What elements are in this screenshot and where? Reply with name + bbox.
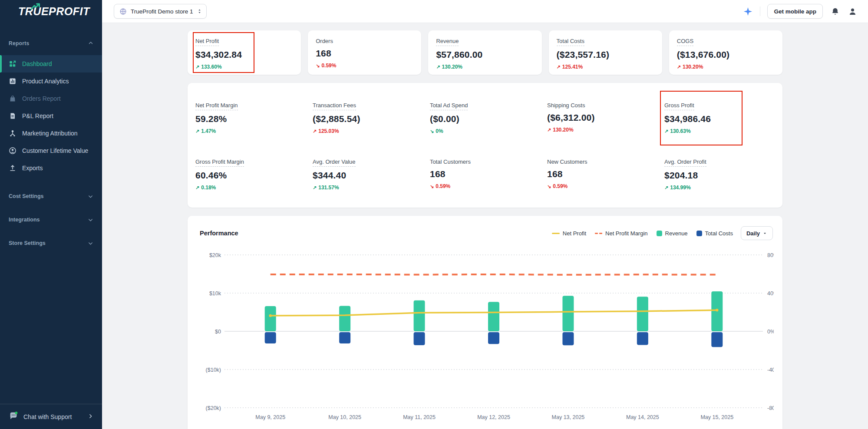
app-logo[interactable]: TRUEPROFIT — [0, 0, 102, 23]
bar-chart-icon — [9, 77, 17, 85]
stat-card-orders[interactable]: Orders168↘0.59% — [308, 30, 421, 75]
metric-value: ($6,312.00) — [547, 112, 657, 123]
sidebar-section-store-settings[interactable]: Store Settings — [0, 231, 102, 255]
total-costs-bar[interactable] — [562, 332, 574, 345]
trend-up-icon: ↗ — [557, 64, 561, 70]
revenue-bar[interactable] — [488, 302, 499, 331]
metric-delta: ↗1.47% — [195, 128, 306, 134]
metric-label: Total Ad Spend — [430, 102, 468, 110]
total-costs-bar[interactable] — [339, 332, 350, 343]
legend-item-net-profit-margin[interactable]: Net Profit Margin — [595, 230, 648, 237]
legend-marker — [595, 233, 602, 234]
trend-down-icon: ↘ — [430, 129, 434, 134]
net-profit-margin-line[interactable] — [271, 274, 717, 275]
metric-delta: ↗131.57% — [313, 185, 423, 191]
metric-label: Transaction Fees — [313, 102, 356, 110]
user-profile-icon[interactable] — [847, 6, 858, 16]
delta-value: 131.57% — [318, 185, 339, 191]
sidebar-item-customer-lifetime-value[interactable]: Customer Lifetime Value — [0, 142, 102, 159]
delta-value: 1.47% — [201, 128, 216, 134]
stat-card-total-costs[interactable]: Total Costs($23,557.16)↗125.41% — [549, 30, 662, 75]
x-axis-label: May 14, 2025 — [626, 414, 659, 420]
revenue-bar[interactable] — [265, 306, 276, 331]
sidebar-section-cost-settings[interactable]: Cost Settings — [0, 185, 102, 208]
store-selector[interactable]: TrueProfit Demo store 1 — [114, 4, 207, 19]
get-mobile-app-button[interactable]: Get mobile app — [767, 4, 823, 19]
sidebar-item-label: P&L Report — [22, 112, 53, 119]
metric-new-customers: New Customers168↘0.59% — [547, 158, 657, 191]
svg-text:-80%: -80% — [767, 405, 774, 411]
metric-label: Total Customers — [430, 158, 471, 165]
metric-label: Shipping Costs — [547, 102, 585, 109]
svg-text:$0: $0 — [215, 329, 221, 335]
sidebar-item-dashboard[interactable]: Dashboard — [0, 55, 102, 73]
performance-chart[interactable]: $20k80%$10k40%$00%($10k)-40%($20k)-80%Ma… — [197, 246, 774, 424]
total-costs-bar[interactable] — [414, 332, 425, 345]
sidebar: TRUEPROFIT Reports DashboardProduct Anal… — [0, 0, 102, 429]
sidebar-collapsed-sections: Cost SettingsIntegrationsStore Settings — [0, 185, 102, 255]
sidebar-item-orders-report[interactable]: Orders Report — [0, 90, 102, 107]
trend-up-icon: ↗ — [313, 185, 317, 191]
section-label: Store Settings — [9, 240, 46, 246]
trend-down-icon: ↘ — [547, 184, 551, 189]
stat-card-cogs[interactable]: COGS($13,676.00)↗130.20% — [669, 30, 782, 75]
metric-delta: ↗134.99% — [664, 185, 775, 191]
x-axis-label: May 11, 2025 — [403, 414, 436, 420]
svg-text:($10k): ($10k) — [206, 367, 221, 373]
trend-down-icon: ↘ — [316, 63, 320, 69]
metric-avg-order-profit: Avg. Order Profit$204.18↗134.99% — [664, 158, 775, 191]
sidebar-section-integrations[interactable]: Integrations — [0, 208, 102, 231]
performance-chart-card: Performance Net ProfitNet Profit MarginR… — [188, 216, 782, 429]
svg-text:80%: 80% — [767, 252, 774, 258]
legend-item-net-profit[interactable]: Net Profit — [552, 230, 586, 237]
delta-value: 130.20% — [442, 64, 462, 70]
sidebar-item-p-l-report[interactable]: P&L Report — [0, 107, 102, 125]
legend-item-total-costs[interactable]: Total Costs — [696, 230, 733, 237]
total-costs-bar[interactable] — [711, 332, 723, 347]
revenue-bar[interactable] — [637, 297, 648, 331]
metric-delta: ↗130.20% — [677, 64, 775, 70]
orders-bag-icon — [9, 95, 17, 102]
chat-with-support[interactable]: Chat with Support — [0, 404, 102, 429]
metric-value: ($0.00) — [430, 114, 540, 124]
trend-up-icon: ↗ — [195, 129, 199, 134]
sidebar-item-product-analytics[interactable]: Product Analytics — [0, 73, 102, 90]
range-selector-dropdown[interactable]: Daily — [741, 226, 773, 240]
notifications-bell-icon[interactable] — [830, 6, 840, 16]
stat-card-revenue[interactable]: Revenue$57,860.00↗130.20% — [428, 30, 541, 75]
updown-caret-icon — [197, 8, 202, 14]
stat-card-net-profit[interactable]: Net Profit$34,302.84↗133.60% — [188, 30, 301, 75]
net-profit-point — [269, 314, 272, 317]
total-costs-bar[interactable] — [488, 332, 499, 344]
revenue-bar[interactable] — [339, 306, 350, 331]
total-costs-bar[interactable] — [265, 332, 276, 343]
metric-value: 168 — [547, 169, 657, 179]
legend-item-revenue[interactable]: Revenue — [657, 230, 688, 237]
metric-value: $34,986.46 — [664, 114, 775, 124]
total-costs-bar[interactable] — [637, 332, 648, 345]
metric-value: ($23,557.16) — [557, 50, 654, 60]
chevron-down-icon — [88, 241, 93, 246]
sparkle-icon[interactable] — [743, 6, 753, 16]
svg-text:-40%: -40% — [767, 367, 774, 373]
sidebar-item-exports[interactable]: Exports — [0, 159, 102, 177]
trend-down-icon: ↘ — [430, 184, 434, 189]
chevron-down-icon — [88, 217, 93, 223]
delta-value: 133.60% — [201, 64, 221, 70]
globe-icon — [119, 8, 127, 15]
export-icon — [9, 164, 17, 172]
delta-value: 130.20% — [683, 64, 703, 70]
revenue-bar[interactable] — [414, 300, 425, 331]
metric-total-customers: Total Customers168↘0.59% — [430, 158, 540, 191]
sidebar-section-reports[interactable]: Reports — [0, 39, 102, 48]
logo-arrow-icon — [30, 3, 42, 10]
chat-bubble-icon — [9, 411, 18, 422]
chevron-right-icon — [88, 413, 93, 420]
delta-value: 125.41% — [562, 64, 583, 70]
sidebar-item-marketing-attribution[interactable]: Marketing Attribution — [0, 125, 102, 142]
svg-text:($20k): ($20k) — [206, 405, 221, 411]
metric-value: $34,302.84 — [195, 50, 293, 60]
metric-delta: ↗125.03% — [313, 128, 423, 134]
revenue-bar[interactable] — [562, 296, 574, 331]
chart-title: Performance — [200, 230, 238, 237]
